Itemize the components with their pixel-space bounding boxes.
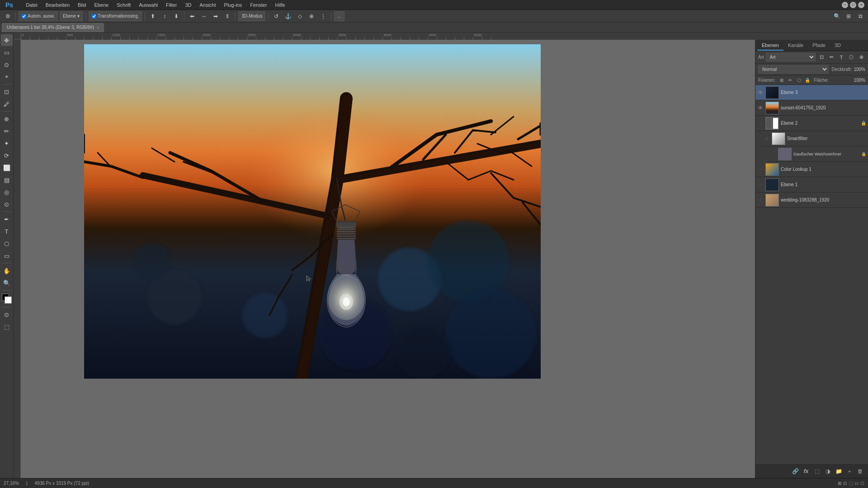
extra1-btn[interactable]: ⋮ (318, 11, 328, 21)
tab-layers[interactable]: Ebenen (757, 41, 783, 51)
workspace-btn[interactable]: ⊞ (844, 11, 854, 21)
auto-select-checkbox[interactable] (22, 14, 26, 19)
mode-3d-btn[interactable]: 3D-Modus (238, 11, 265, 21)
color-pair[interactable] (1, 293, 13, 305)
layer-icon-1[interactable]: ⊡ (817, 53, 826, 61)
layer-visibility-icon[interactable]: 👁 (757, 197, 764, 203)
menu-item-bearbeiten[interactable]: Bearbeiten (42, 1, 73, 9)
tool-preset-picker[interactable]: ⚙ (3, 11, 13, 21)
refresh-btn[interactable]: ↺ (271, 11, 281, 21)
minimize-button[interactable]: ─ (842, 2, 848, 8)
search-btn[interactable]: 🔍 (832, 11, 842, 21)
magic-wand-tool[interactable]: ⌖ (1, 71, 13, 83)
layer-row[interactable]: 👁 sunset-6041750_1920 (755, 100, 868, 116)
more-btn[interactable]: ... (334, 11, 344, 21)
transform-btn[interactable]: Transformationsstrg. (89, 11, 142, 21)
align-bottom-btn[interactable]: ⬇ (171, 11, 181, 21)
menu-item-filter[interactable]: Filter (162, 1, 180, 9)
panel-fx-btn[interactable]: fx (801, 466, 811, 476)
hand-tool[interactable]: ✋ (1, 265, 13, 277)
background-color[interactable] (5, 296, 12, 304)
spot-heal-tool[interactable]: ⊕ (1, 113, 13, 125)
align-hcenter-btn[interactable]: ↔ (199, 11, 209, 21)
layer-row[interactable]: 👁 Ebene 2 🔒 (755, 116, 868, 131)
maximize-button[interactable]: □ (850, 2, 856, 8)
lasso-tool[interactable]: ⊙ (1, 59, 13, 70)
panel-search-btn[interactable]: 🔗 (790, 466, 800, 476)
layer-icon-4[interactable]: ⬡ (847, 53, 855, 61)
tab-close-btn[interactable]: × (97, 25, 99, 30)
menu-item-bild[interactable]: Bild (74, 1, 90, 9)
lock-pos-btn[interactable]: ⊠ (778, 76, 785, 84)
selection-tool[interactable]: ▭ (1, 47, 13, 58)
status-icon-5[interactable]: ⬡ (860, 481, 864, 486)
panel-adjustment-btn[interactable]: ◑ (823, 466, 833, 476)
align-top-btn[interactable]: ⬆ (148, 11, 158, 21)
layer-row[interactable]: 👁 Color Lookup 1 (755, 162, 868, 177)
tab-paths[interactable]: Pfade (808, 41, 830, 51)
layer-icon-2[interactable]: ✏ (827, 53, 835, 61)
history-brush-tool[interactable]: ⟳ (1, 150, 13, 161)
panel-delete-layer-btn[interactable]: 🗑 (855, 466, 865, 476)
layer-icon-3[interactable]: T (837, 53, 845, 61)
blend-mode-select[interactable]: Normal (758, 65, 829, 74)
panel-group-btn[interactable]: 📁 (834, 466, 844, 476)
layer-type-select[interactable]: Art (766, 53, 816, 61)
panel-new-layer-btn[interactable]: ＋ (844, 466, 854, 476)
distribute-btn[interactable]: ⇕ (222, 11, 232, 21)
zoom-tool[interactable]: 🔍 (1, 277, 13, 289)
status-icon-2[interactable]: ⊡ (843, 481, 847, 486)
dodge-tool[interactable]: ⊙ (1, 198, 13, 210)
document-tab[interactable]: Unbenannt-1 bei 39,4% (Ebene 3, RGB/8#) … (2, 23, 104, 32)
layer-visibility-icon[interactable]: 👁 (757, 105, 764, 111)
gradient-tool[interactable]: ▤ (1, 174, 13, 186)
anchor-btn[interactable]: ⚓ (283, 11, 293, 21)
transform-checkbox[interactable] (92, 14, 96, 19)
menu-item-datei[interactable]: Datei (22, 1, 41, 9)
align-left-btn[interactable]: ⬅ (187, 11, 197, 21)
shape-tool[interactable]: ▭ (1, 250, 13, 262)
layer-visibility-icon[interactable]: 👁 (757, 120, 764, 127)
layer-visibility-icon[interactable]: ○ (770, 151, 776, 157)
status-icon-1[interactable]: ⊞ (838, 481, 841, 486)
layer-select-btn[interactable]: Ebene ▾ (60, 11, 83, 21)
screen-mode-tool[interactable]: ⬚ (1, 321, 13, 333)
panel-mask-btn[interactable]: ⬚ (812, 466, 822, 476)
layer-visibility-icon[interactable]: ○ (764, 136, 770, 142)
arrange-btn[interactable]: ⧉ (855, 11, 865, 21)
eraser-tool[interactable]: ⬜ (1, 162, 13, 174)
pen-tool[interactable]: ✒ (1, 213, 13, 225)
brush-tool[interactable]: ✏ (1, 125, 13, 137)
tab-3d[interactable]: 3D (830, 41, 845, 51)
canvas-area[interactable] (21, 40, 755, 478)
menu-item-ansicht[interactable]: Ansicht (196, 1, 219, 9)
align-vcenter-btn[interactable]: ↕ (160, 11, 170, 21)
layer-visibility-icon[interactable]: 👁 (757, 89, 764, 96)
blur-tool[interactable]: ◎ (1, 186, 13, 198)
text-tool[interactable]: T (1, 225, 13, 237)
crop-tool[interactable]: ⊡ (1, 86, 13, 98)
menu-item-fenster[interactable]: Fenster (246, 1, 270, 9)
status-icon-4[interactable]: ▭ (854, 481, 859, 486)
menu-item-plug-ins[interactable]: Plug-ins (221, 1, 246, 9)
auto-select-btn[interactable]: Autom. ausw. (19, 11, 58, 21)
lock-draw-btn[interactable]: ✏ (787, 76, 794, 84)
move-tool[interactable]: ✥ (1, 34, 13, 46)
quick-mask-tool[interactable]: ⊙ (1, 309, 13, 320)
status-icon-3[interactable]: ⬚ (849, 481, 853, 486)
layer-row[interactable]: ○ Smartfilter (762, 131, 868, 146)
clone-tool[interactable]: ✦ (1, 137, 13, 149)
align-right-btn[interactable]: ➡ (211, 11, 221, 21)
menu-item-ebene[interactable]: Ebene (90, 1, 112, 9)
eyedropper-tool[interactable]: 🖉 (1, 98, 13, 110)
menu-item-auswahl[interactable]: Auswahl (135, 1, 161, 9)
tab-channels[interactable]: Kanäle (783, 41, 808, 51)
target-btn[interactable]: ⊕ (307, 11, 316, 21)
menu-item-schrift[interactable]: Schrift (113, 1, 134, 9)
layer-row[interactable]: 👁 wedding-1083288_1920 (755, 192, 868, 208)
layer-visibility-icon[interactable]: 👁 (757, 182, 764, 188)
path-select-tool[interactable]: ⬡ (1, 238, 13, 249)
diamond-btn[interactable]: ◇ (295, 11, 305, 21)
layer-row[interactable]: ○ Gaußscher Weichzeichner 🔒 (768, 146, 868, 162)
menu-item-3d[interactable]: 3D (181, 1, 195, 9)
